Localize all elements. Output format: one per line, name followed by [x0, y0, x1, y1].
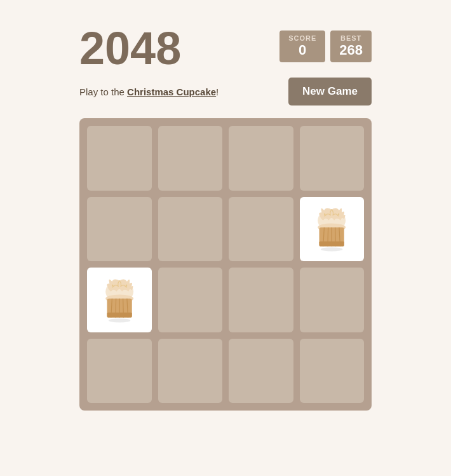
cell-r4-c3 [229, 339, 293, 404]
cell-r2-c1 [87, 197, 152, 262]
cell-r3-c2 [158, 268, 223, 332]
svg-rect-8 [320, 241, 344, 247]
score-area: SCORE 0 BEST 268 [279, 31, 372, 62]
game-title: 2048 [79, 25, 181, 71]
best-value: 268 [339, 42, 363, 58]
best-box: BEST 268 [330, 31, 372, 62]
new-game-button[interactable]: New Game [288, 78, 372, 105]
best-label: BEST [339, 34, 363, 42]
cell-r3-c3 [229, 268, 293, 332]
score-label: SCORE [288, 34, 316, 42]
cell-r1-c1 [87, 126, 152, 191]
score-box: SCORE 0 [279, 31, 325, 62]
cell-r3-c1 [87, 268, 152, 332]
score-value: 0 [288, 42, 316, 58]
cell-r4-c4 [300, 339, 365, 404]
cell-r4-c2 [158, 339, 223, 404]
svg-rect-18 [107, 312, 131, 317]
cupcake-icon [92, 273, 147, 327]
cell-r2-c4 [300, 197, 365, 262]
cell-r2-c2 [158, 197, 223, 262]
subtitle: Play to the Christmas Cupcake! [79, 86, 219, 97]
cell-r1-c2 [158, 126, 223, 191]
cell-r3-c4 [300, 268, 365, 332]
cupcake-link[interactable]: Christmas Cupcake [127, 86, 216, 97]
main-container: 2048 SCORE 0 BEST 268 Play to the Christ… [67, 13, 384, 423]
svg-point-19 [108, 318, 130, 322]
cell-r2-c3 [229, 197, 293, 262]
game-board [79, 118, 372, 411]
subtitle-text-after: ! [216, 86, 219, 97]
cell-r1-c4 [300, 126, 365, 191]
cell-r4-c1 [87, 339, 152, 404]
cell-r1-c3 [229, 126, 293, 191]
header: 2048 SCORE 0 BEST 268 [79, 25, 372, 71]
cupcake-icon [304, 201, 359, 256]
svg-point-9 [321, 247, 343, 251]
subtitle-text-before: Play to the [79, 86, 127, 97]
subtitle-row: Play to the Christmas Cupcake! New Game [79, 78, 372, 105]
